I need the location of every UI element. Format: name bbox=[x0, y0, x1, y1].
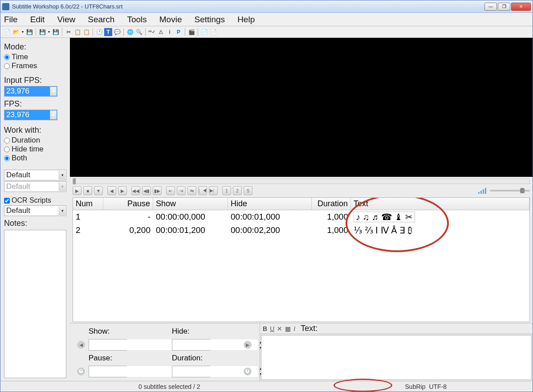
volume-slider[interactable] bbox=[490, 190, 530, 192]
save-dropdown-icon[interactable]: ▾ bbox=[47, 28, 51, 36]
open-dropdown-icon[interactable]: ▾ bbox=[21, 28, 24, 36]
back-icon[interactable]: ◀▮ bbox=[142, 186, 151, 195]
grid-row[interactable]: 2 0,200 00:00:01,200 00:00:02,200 1,000 … bbox=[73, 224, 529, 237]
close-button[interactable]: ✕ bbox=[511, 3, 531, 11]
col-pause[interactable]: Pause bbox=[103, 198, 153, 210]
color-icon[interactable]: ▦ bbox=[285, 325, 291, 332]
subtitle-grid[interactable]: Num Pause Show Hide Duration Text 1 - 00… bbox=[73, 197, 530, 322]
cut-icon[interactable]: ✂ bbox=[65, 28, 73, 36]
separator-icon bbox=[185, 28, 185, 36]
ocr-combo[interactable]: Default▾ bbox=[4, 205, 66, 216]
search-icon[interactable]: 🔍 bbox=[135, 28, 143, 36]
next-sub-icon[interactable]: ▶ bbox=[244, 341, 252, 349]
mode-frames-radio[interactable]: Frames bbox=[4, 61, 66, 70]
sync-next-icon[interactable]: ▶⎸ bbox=[209, 186, 218, 195]
input-fps-combo[interactable]: ▾ bbox=[4, 86, 57, 97]
ocr-scripts-check[interactable]: OCR Scripts bbox=[4, 196, 66, 204]
italic-icon[interactable]: I bbox=[293, 325, 295, 332]
show-spinner[interactable]: ▲▼ bbox=[89, 339, 127, 351]
work-hide-radio[interactable]: Hide time bbox=[4, 145, 66, 154]
col-text[interactable]: Text bbox=[351, 198, 529, 210]
main-area: ▶ ■ ▼ ◀ ▶ ◀◀ ◀▮ ▮▶ ⇤ ⇥ ⇆ ⎸◀ ▶⎸ 1 2 S Num bbox=[70, 38, 533, 381]
app-icon bbox=[2, 3, 9, 10]
cell-pause: - bbox=[103, 212, 153, 222]
menu-help[interactable]: Help bbox=[237, 15, 255, 24]
bold-icon[interactable]: B bbox=[263, 325, 267, 332]
menu-search[interactable]: Search bbox=[88, 15, 114, 24]
menu-view[interactable]: View bbox=[57, 15, 75, 24]
down-icon[interactable]: ▼ bbox=[94, 186, 103, 195]
clear-icon[interactable]: ✕ bbox=[277, 325, 282, 332]
warning-icon[interactable]: ⚠ bbox=[157, 28, 165, 36]
clock1-icon[interactable]: 🕐 bbox=[77, 368, 85, 376]
save-all-icon[interactable]: 💾 bbox=[52, 28, 60, 36]
btns-icon[interactable]: S bbox=[244, 186, 252, 195]
comment-icon[interactable]: 💬 bbox=[113, 28, 121, 36]
spellcheck-icon[interactable]: ᵃᵇ✓ bbox=[148, 28, 156, 36]
doc1-icon[interactable]: 📄 bbox=[200, 28, 208, 36]
prev-sub-icon[interactable]: ◀ bbox=[77, 341, 85, 349]
play-icon[interactable]: ▶ bbox=[73, 186, 81, 195]
prev-icon[interactable]: ◀ bbox=[107, 186, 116, 195]
cell-num: 2 bbox=[73, 225, 103, 236]
sync-prev-icon[interactable]: ⎸◀ bbox=[198, 186, 207, 195]
col-show[interactable]: Show bbox=[153, 198, 228, 210]
mark-out-icon[interactable]: ⇥ bbox=[177, 186, 186, 195]
timer-icon[interactable]: 🕐 bbox=[95, 28, 103, 36]
fwd-icon[interactable]: ▮▶ bbox=[153, 186, 162, 195]
work-duration-radio[interactable]: Duration bbox=[4, 136, 66, 145]
status-format: SubRip bbox=[405, 383, 426, 390]
charset2-combo[interactable]: Default▾ bbox=[4, 181, 66, 192]
video-icon[interactable]: 🎬 bbox=[187, 28, 195, 36]
video-preview[interactable] bbox=[70, 38, 533, 177]
subtitle-text-input[interactable] bbox=[261, 335, 532, 380]
save-icon[interactable]: 💾 bbox=[25, 28, 33, 36]
underline-icon[interactable]: U bbox=[270, 325, 274, 332]
menu-file[interactable]: File bbox=[4, 15, 18, 24]
col-num[interactable]: Num bbox=[73, 198, 103, 210]
separator-icon bbox=[36, 28, 36, 36]
btn2-icon[interactable]: 2 bbox=[233, 186, 242, 195]
chevron-down-icon[interactable]: ▾ bbox=[50, 110, 57, 119]
info-icon[interactable]: i bbox=[166, 28, 174, 36]
text-tool-icon[interactable]: T bbox=[104, 28, 112, 36]
notes-textarea[interactable] bbox=[4, 230, 66, 378]
charset-combo[interactable]: Default▾ bbox=[4, 170, 66, 180]
stop-icon[interactable]: ■ bbox=[83, 186, 92, 195]
duration-spinner[interactable]: ▲▼ bbox=[172, 366, 210, 377]
chevron-down-icon[interactable]: ▾ bbox=[59, 171, 65, 180]
col-hide[interactable]: Hide bbox=[228, 198, 312, 210]
mode-time-radio[interactable]: Time bbox=[4, 53, 66, 61]
col-duration[interactable]: Duration bbox=[312, 198, 351, 210]
menu-edit[interactable]: Edit bbox=[30, 15, 45, 24]
open-icon[interactable]: 📂 bbox=[12, 28, 20, 36]
next-icon[interactable]: ▶ bbox=[118, 186, 127, 195]
fps-combo[interactable]: ▾ bbox=[4, 110, 57, 120]
menu-movie[interactable]: Movie bbox=[159, 15, 182, 24]
mark-in-icon[interactable]: ⇤ bbox=[166, 186, 175, 195]
doc2-icon[interactable]: 📄 bbox=[209, 28, 217, 36]
video-scrubber[interactable] bbox=[73, 179, 530, 184]
sync1-icon[interactable]: ⇆ bbox=[187, 186, 196, 195]
btn1-icon[interactable]: 1 bbox=[222, 186, 231, 195]
copy-icon[interactable]: 📋 bbox=[73, 28, 81, 36]
clock2-icon[interactable]: 🕐 bbox=[244, 368, 252, 376]
rewind-icon[interactable]: ◀◀ bbox=[131, 186, 140, 195]
chevron-down-icon[interactable]: ▾ bbox=[50, 87, 57, 96]
work-both-radio[interactable]: Both bbox=[4, 154, 66, 163]
pascal-icon[interactable]: P bbox=[175, 28, 183, 36]
new-icon[interactable]: 📄 bbox=[3, 28, 11, 36]
pause-spinner[interactable]: ▲▼ bbox=[89, 366, 127, 377]
paste-icon[interactable]: 📋 bbox=[82, 28, 90, 36]
chevron-down-icon[interactable]: ▾ bbox=[59, 206, 65, 215]
save-project-icon[interactable]: 💾 bbox=[38, 28, 46, 36]
minimize-button[interactable]: — bbox=[484, 3, 497, 11]
menu-tools[interactable]: Tools bbox=[127, 15, 146, 24]
menu-settings[interactable]: Settings bbox=[194, 15, 225, 24]
side-panel: Mode: Time Frames Input FPS: ▾ FPS: ▾ Wo… bbox=[0, 38, 70, 381]
grid-row[interactable]: 1 - 00:00:00,000 00:00:01,000 1,000 ♪ ♫ … bbox=[73, 210, 529, 224]
maximize-button[interactable]: ❐ bbox=[498, 3, 510, 11]
hide-spinner[interactable]: ▲▼ bbox=[172, 339, 210, 351]
translate-icon[interactable]: 🌐 bbox=[126, 28, 134, 36]
chevron-down-icon[interactable]: ▾ bbox=[59, 182, 65, 191]
